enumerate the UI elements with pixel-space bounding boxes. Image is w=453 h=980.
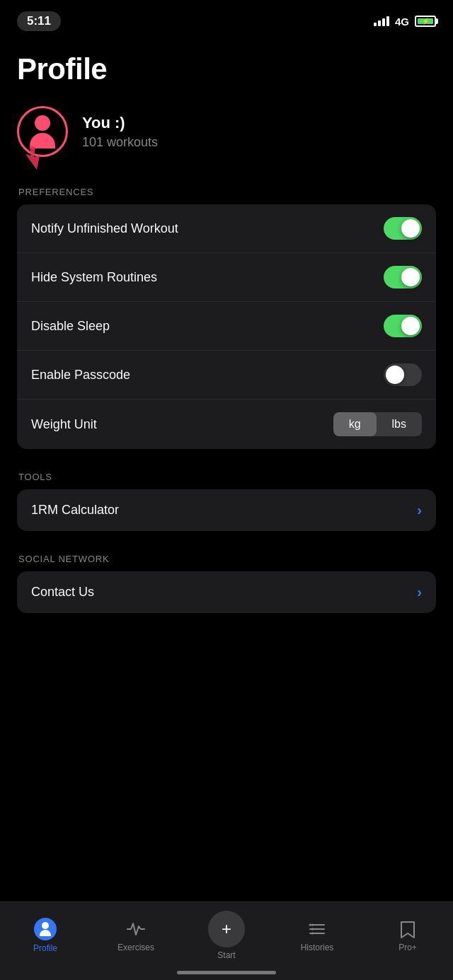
nav-item-profile[interactable]: Profile xyxy=(17,918,74,953)
svg-point-6 xyxy=(311,933,314,935)
page-title: Profile xyxy=(17,52,436,86)
toggle-knob xyxy=(386,366,404,384)
status-bar: 5:11 4G ⚡ xyxy=(0,0,453,38)
home-indicator xyxy=(177,971,276,974)
profile-section[interactable]: You :) 101 workouts xyxy=(17,106,436,157)
plus-icon: + xyxy=(208,911,245,947)
nav-item-pro[interactable]: Pro+ xyxy=(379,918,436,952)
network-type: 4G xyxy=(395,16,409,28)
status-time: 5:11 xyxy=(17,11,61,31)
1rm-calculator-row[interactable]: 1RM Calculator › xyxy=(17,489,436,531)
nav-profile-label: Profile xyxy=(33,943,57,953)
hide-system-row[interactable]: Hide System Routines xyxy=(17,253,436,302)
avatar-head xyxy=(35,115,50,131)
profile-info: You :) 101 workouts xyxy=(82,114,158,150)
profile-name: You :) xyxy=(82,114,158,132)
disable-sleep-label: Disable Sleep xyxy=(31,319,110,334)
status-right: 4G ⚡ xyxy=(374,16,436,28)
nav-item-exercises[interactable]: Exercises xyxy=(108,918,164,952)
weight-unit-label: Weight Unit xyxy=(31,417,97,432)
tools-label: TOOLS xyxy=(17,472,436,482)
battery-bolt: ⚡ xyxy=(422,18,430,25)
disable-sleep-toggle[interactable] xyxy=(384,315,422,337)
tools-card: 1RM Calculator › xyxy=(17,489,436,531)
weight-unit-row[interactable]: Weight Unit kg lbs xyxy=(17,399,436,449)
person-icon xyxy=(34,918,57,940)
notify-unfinished-row[interactable]: Notify Unfinished Workout xyxy=(17,204,436,253)
nav-histories-label: Histories xyxy=(301,943,334,952)
enable-passcode-label: Enable Passcode xyxy=(31,368,130,383)
chevron-right-icon: › xyxy=(417,502,422,518)
contact-us-row[interactable]: Contact Us › xyxy=(17,571,436,613)
battery-icon: ⚡ xyxy=(415,16,436,27)
page-content: Profile You :) 101 workouts PREFERENCES … xyxy=(0,38,453,713)
avatar-person xyxy=(30,115,55,148)
preferences-card: Notify Unfinished Workout Hide System Ro… xyxy=(17,204,436,449)
nav-start-label: Start xyxy=(217,950,235,960)
preferences-section: PREFERENCES Notify Unfinished Workout Hi… xyxy=(17,187,436,449)
social-network-card: Contact Us › xyxy=(17,571,436,613)
nav-item-start[interactable]: + Start xyxy=(198,911,255,960)
chevron-right-icon: › xyxy=(417,584,422,600)
hide-system-toggle[interactable] xyxy=(384,266,422,288)
disable-sleep-row[interactable]: Disable Sleep xyxy=(17,302,436,351)
toggle-knob xyxy=(401,317,420,335)
profile-workouts: 101 workouts xyxy=(82,135,158,150)
contact-us-label: Contact Us xyxy=(31,585,94,600)
svg-point-5 xyxy=(311,928,314,931)
list-icon xyxy=(306,918,328,940)
weight-unit-selector[interactable]: kg lbs xyxy=(333,412,422,436)
social-network-section: SOCIAL NETWORK Contact Us › xyxy=(17,554,436,613)
signal-bars-icon xyxy=(374,16,389,26)
enable-passcode-toggle[interactable] xyxy=(384,363,422,386)
social-network-label: SOCIAL NETWORK xyxy=(17,554,436,564)
arrow-indicator-icon xyxy=(23,144,44,170)
weight-unit-kg-button[interactable]: kg xyxy=(333,412,377,436)
1rm-calculator-label: 1RM Calculator xyxy=(31,503,119,518)
tools-section: TOOLS 1RM Calculator › xyxy=(17,472,436,531)
notify-unfinished-toggle[interactable] xyxy=(384,217,422,240)
toggle-knob xyxy=(401,268,420,286)
preferences-label: PREFERENCES xyxy=(17,187,436,197)
hide-system-label: Hide System Routines xyxy=(31,270,157,285)
notify-unfinished-label: Notify Unfinished Workout xyxy=(31,221,178,236)
avatar-container xyxy=(17,106,68,157)
svg-point-4 xyxy=(311,924,314,926)
nav-pro-label: Pro+ xyxy=(398,943,417,952)
enable-passcode-row[interactable]: Enable Passcode xyxy=(17,351,436,399)
bottom-nav: Profile Exercises + Start Histories xyxy=(0,902,453,980)
nav-item-histories[interactable]: Histories xyxy=(289,918,345,952)
weight-unit-lbs-button[interactable]: lbs xyxy=(377,412,422,436)
toggle-knob xyxy=(401,219,420,238)
nav-exercises-label: Exercises xyxy=(117,943,154,952)
pulse-icon xyxy=(125,918,147,940)
bookmark-icon xyxy=(397,918,418,940)
